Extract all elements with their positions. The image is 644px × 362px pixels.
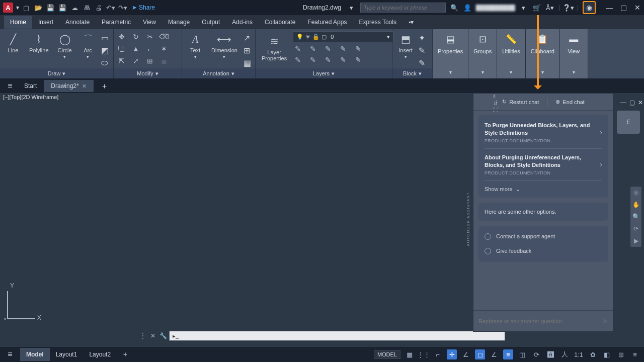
panel-layers-label[interactable]: Layers ▾ [256,68,392,78]
customize-icon[interactable]: 🔧 [159,332,167,340]
tab-annotate[interactable]: Annotate [59,16,96,29]
web-mobile-icon[interactable]: ☁ [70,4,78,12]
tab-collaborate[interactable]: Collaborate [259,16,301,29]
offset-icon[interactable]: ≣ [159,56,169,65]
create-block-icon[interactable]: ✦ [419,33,425,43]
monitor-icon[interactable]: ◧ [602,349,612,359]
drawing-tab[interactable]: Drawing2*✕ [44,80,93,92]
lineweight-icon[interactable]: ≡ [503,349,513,359]
username-label[interactable]: ██████████ [476,5,515,11]
pin-icon[interactable]: ⭿ [493,100,498,106]
doc-link[interactable]: To Purge Unneeded Blocks, Layers, and St… [485,120,602,149]
scale-icon[interactable]: ⤢ [131,56,141,65]
trim-icon[interactable]: ✂ [145,32,155,41]
dropdown-icon[interactable]: ▾ [347,3,356,12]
ellipse-icon[interactable]: ⬭ [101,58,109,67]
panel-modify-label[interactable]: Modify ▾ [114,68,182,78]
search-icon[interactable]: 🔍 [450,3,459,12]
minimize-icon[interactable]: — [606,4,613,11]
hamburger-icon[interactable]: ≡ [0,350,20,359]
autodesk-app-icon[interactable]: Å▾ [545,3,554,12]
maximize-icon[interactable]: ▢ [620,4,627,11]
new-tab-button[interactable]: ＋ [94,79,115,94]
start-tab[interactable]: Start [17,80,44,92]
help-icon[interactable]: ❔▾ [564,3,573,12]
dimension-button[interactable]: ⟷Dimension▾ [208,31,240,60]
table-icon[interactable]: ⊞ [244,46,251,55]
show-more-button[interactable]: Show more⌄ [485,184,602,193]
zoom-icon[interactable]: 🔍 [632,213,640,221]
layer-tool-icon[interactable]: ✎ [293,55,303,64]
assistant-button[interactable]: ◉ [583,1,596,14]
insert-block-button[interactable]: ⬒Insert▾ [395,31,416,60]
stretch-icon[interactable]: ⇱ [117,56,127,65]
cart-icon[interactable]: 🛒 [532,3,541,12]
explode-icon[interactable]: ✶ [159,44,169,53]
feedback-option[interactable]: Give feedback [485,245,602,257]
panel-groups[interactable]: ⊡Groups▾ [468,29,497,78]
share-button[interactable]: ➤ Share [132,4,155,11]
circle-button[interactable]: ◯Circle▾ [55,31,75,60]
scale-label[interactable]: 1:1 [574,349,584,359]
panel-draw-label[interactable]: Draw ▾ [0,68,113,78]
annotation-visibility-icon[interactable]: 人 [559,349,570,359]
open-icon[interactable]: 📂 [34,4,42,12]
doc-link[interactable]: About Purging Unreferenced Layers, Block… [485,152,602,181]
isodraft-icon[interactable]: ∠ [461,349,471,359]
orbit-icon[interactable]: ⟳ [632,225,640,233]
contact-support-option[interactable]: Contact a support agent [485,231,602,242]
tab-featured-apps[interactable]: Featured Apps [301,16,353,29]
copy-icon[interactable]: ⿻ [117,44,127,53]
add-layout-button[interactable]: ＋ [117,347,134,362]
close-icon[interactable]: ✕ [634,4,641,11]
polyline-button[interactable]: ⌇Polyline [26,31,52,54]
minimize-icon[interactable]: — [620,99,626,106]
layer-tool-icon[interactable]: ✎ [323,44,333,53]
mirror-icon[interactable]: ▲ [131,44,141,53]
close-icon[interactable]: ✕ [638,99,643,106]
customize-icon[interactable]: ≡ [630,349,640,359]
tab-express-tools[interactable]: Express Tools [353,16,402,29]
pan-icon[interactable]: ✋ [632,201,640,209]
arc-button[interactable]: ⌒Arc▾ [78,31,98,60]
panel-utilities[interactable]: 📏Utilities▾ [497,29,525,78]
tab-output[interactable]: Output [196,16,226,29]
panel-properties[interactable]: ▤Properties▾ [433,29,468,78]
hamburger-icon[interactable]: ≡ [3,81,17,90]
osnap-icon[interactable]: ◻ [475,349,485,359]
annotation-scale-icon[interactable]: 🅰 [545,349,555,359]
move-icon[interactable]: ✥ [117,32,127,41]
erase-icon[interactable]: ⌫ [159,32,169,41]
layer-properties-button[interactable]: ≋Layer Properties [259,33,290,62]
layer-tool-icon[interactable]: ✎ [293,44,303,53]
viewport-label[interactable]: [−][Top][2D Wireframe] [3,94,58,100]
layer-tool-icon[interactable]: ✎ [338,44,348,53]
dropdown-icon[interactable]: ▾ [16,4,19,11]
layout1-tab[interactable]: Layout1 [50,348,84,361]
line-button[interactable]: ╱Line [3,31,23,54]
close-tab-icon[interactable]: ✕ [82,83,87,89]
send-icon[interactable]: ➤ [602,316,608,326]
help-search-input[interactable] [360,3,446,13]
ortho-icon[interactable]: ⌐ [433,349,443,359]
new-icon[interactable]: ▢ [22,4,30,12]
dropdown-icon[interactable]: ▾ [519,3,528,12]
fillet-icon[interactable]: ⌐ [145,44,155,53]
layer-tool-icon[interactable]: ✎ [353,55,363,64]
layer-dropdown[interactable]: 💡☀🔓▢ 0 ▾ [293,31,393,42]
save-icon[interactable]: 💾 [46,4,54,12]
layer-tool-icon[interactable]: ✎ [353,44,363,53]
close-icon[interactable]: x [493,93,498,99]
layout2-tab[interactable]: Layout2 [83,348,117,361]
tab-extras-icon[interactable]: ▪▾ [403,16,420,29]
wheel-icon[interactable]: ◎ [632,189,640,197]
table2-icon[interactable]: ▦ [244,58,251,68]
print-icon[interactable]: 🖨 [95,4,103,12]
user-icon[interactable]: 👤 [463,3,472,12]
transparency-icon[interactable]: ◫ [517,349,527,359]
grid-icon[interactable]: ▦ [405,349,415,359]
workspace-icon[interactable]: ✿ [588,349,598,359]
showmotion-icon[interactable]: ▶ [632,237,640,245]
command-input[interactable] [169,331,505,341]
model-space-indicator[interactable]: MODEL [374,350,400,359]
